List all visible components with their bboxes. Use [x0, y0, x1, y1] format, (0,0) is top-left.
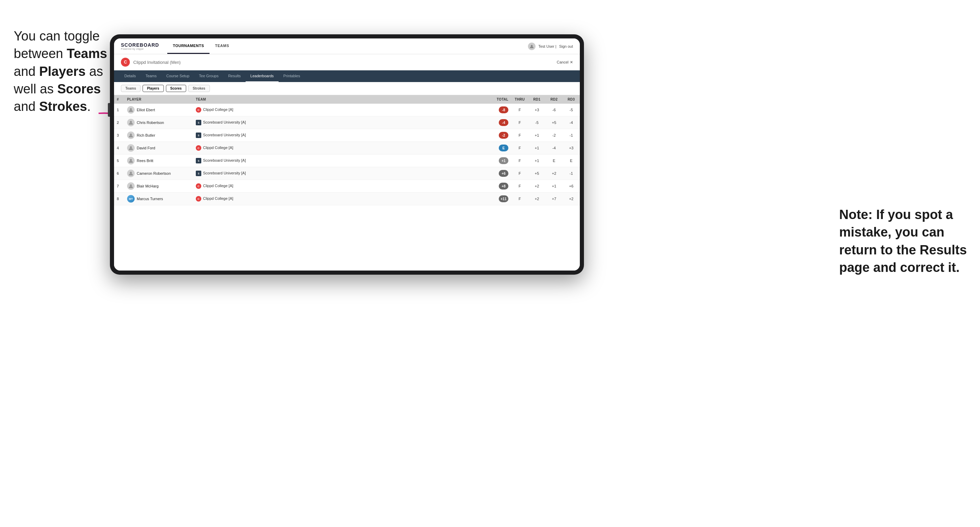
col-rank: # [114, 95, 124, 104]
tab-course-setup[interactable]: Course Setup [161, 70, 194, 82]
top-navigation: SCOREBOARD Powered by clippd TOURNAMENTS… [114, 38, 580, 54]
user-avatar [528, 43, 536, 50]
cell-rd3: E [563, 154, 580, 167]
score-badge: -8 [499, 106, 508, 113]
tab-tee-groups[interactable]: Tee Groups [194, 70, 223, 82]
cell-total: -4 [487, 116, 511, 129]
toggle-scores[interactable]: Scores [166, 85, 186, 92]
cell-player: Elliot Ebert [124, 104, 193, 116]
players-bold: Players [39, 64, 86, 79]
cell-rd1: +5 [528, 167, 546, 180]
cell-rd3: -5 [563, 104, 580, 116]
team-name: Clippd College [A] [203, 108, 233, 111]
logo-subtitle: Powered by clippd [121, 48, 159, 50]
team-name: Scoreboard University [A] [203, 171, 246, 175]
player-name: Marcus Turners [137, 197, 163, 201]
player-name: Rich Butler [137, 133, 155, 137]
cell-total: -8 [487, 104, 511, 116]
tournament-logo: C [121, 58, 130, 67]
nav-links: TOURNAMENTS TEAMS [167, 38, 235, 54]
cell-rd3: +2 [563, 193, 580, 205]
toggle-teams[interactable]: Teams [121, 85, 140, 92]
tablet-device: SCOREBOARD Powered by clippd TOURNAMENTS… [110, 34, 584, 275]
cell-team: SScoreboard University [A] [193, 154, 487, 167]
cell-player: Blair McHarg [124, 180, 193, 193]
team-logo-c: C [196, 183, 201, 189]
cell-total: E [487, 142, 511, 154]
cell-rd2: -6 [546, 104, 563, 116]
table-row: 4 David FordCClippd College [A]EF+1-4+3 [114, 142, 580, 154]
team-logo-s: S [196, 158, 201, 163]
close-icon: ✕ [570, 60, 573, 65]
team-logo-s: S [196, 171, 201, 176]
player-name: Cameron Robertson [137, 171, 171, 175]
table-row: 6 Cameron RobertsonSScoreboard Universit… [114, 167, 580, 180]
col-rd1: RD1 [528, 95, 546, 104]
cell-rd2: +5 [546, 116, 563, 129]
cell-rd2: +7 [546, 193, 563, 205]
logo-text: SCOREBOARD [121, 42, 159, 48]
cell-thru: F [511, 180, 528, 193]
cell-team: CClippd College [A] [193, 142, 487, 154]
team-name: Scoreboard University [A] [203, 158, 246, 162]
col-rd3: RD3 [563, 95, 580, 104]
col-player: PLAYER [124, 95, 193, 104]
col-total: TOTAL [487, 95, 511, 104]
cell-player: Chris Robertson [124, 116, 193, 129]
cell-rd2: E [546, 154, 563, 167]
tab-teams[interactable]: Teams [141, 70, 161, 82]
player-avatar [127, 132, 135, 139]
cell-team: SScoreboard University [A] [193, 116, 487, 129]
table-row: 7 Blair McHargCClippd College [A]+8F+2+1… [114, 180, 580, 193]
cell-rd2: -2 [546, 129, 563, 142]
player-avatar: MT [127, 195, 135, 203]
team-logo-s: S [196, 133, 201, 138]
tab-results[interactable]: Results [223, 70, 246, 82]
teams-bold: Teams [67, 46, 107, 61]
cell-player: David Ford [124, 142, 193, 154]
table-row: 8MTMarcus TurnersCClippd College [A]+11F… [114, 193, 580, 205]
leaderboard-table: # PLAYER TEAM TOTAL THRU RD1 RD2 RD3 1 E… [114, 95, 580, 271]
tablet-side-button [108, 103, 110, 117]
cell-rd1: +1 [528, 129, 546, 142]
player-avatar [127, 182, 135, 190]
left-annotation: You can toggle between Teams and Players… [14, 27, 110, 115]
nav-tournaments[interactable]: TOURNAMENTS [167, 38, 210, 54]
tournament-title: Clippd Invitational (Men) [133, 59, 181, 65]
tab-details[interactable]: Details [119, 70, 141, 82]
cell-thru: F [511, 193, 528, 205]
col-team: TEAM [193, 95, 487, 104]
cell-total: +8 [487, 180, 511, 193]
toggle-players[interactable]: Players [143, 85, 164, 92]
player-avatar [127, 119, 135, 126]
player-name: Blair McHarg [137, 184, 159, 188]
tournament-header: C Clippd Invitational (Men) Cancel ✕ [114, 54, 580, 70]
team-name: Clippd College [A] [203, 196, 233, 200]
score-badge: E [499, 144, 508, 151]
cell-team: SScoreboard University [A] [193, 129, 487, 142]
sub-navigation: Details Teams Course Setup Tee Groups Re… [114, 70, 580, 82]
cell-rank: 1 [114, 104, 124, 116]
cell-total: +6 [487, 167, 511, 180]
player-name: David Ford [137, 146, 155, 150]
cancel-button[interactable]: Cancel ✕ [557, 60, 573, 65]
tab-printables[interactable]: Printables [278, 70, 305, 82]
cell-player: MTMarcus Turners [124, 193, 193, 205]
cell-team: CClippd College [A] [193, 193, 487, 205]
col-rd2: RD2 [546, 95, 563, 104]
team-logo-c: C [196, 107, 201, 113]
cell-rank: 4 [114, 142, 124, 154]
score-badge: +11 [499, 195, 508, 202]
cell-thru: F [511, 167, 528, 180]
cell-rank: 6 [114, 167, 124, 180]
sign-out-link[interactable]: Sign out [559, 44, 573, 48]
tab-leaderboards[interactable]: Leaderboards [246, 70, 278, 82]
cell-total: +1 [487, 154, 511, 167]
nav-teams[interactable]: TEAMS [210, 38, 235, 54]
cell-rd1: +1 [528, 154, 546, 167]
player-name: Rees Britt [137, 159, 153, 163]
cell-thru: F [511, 104, 528, 116]
cell-thru: F [511, 129, 528, 142]
cell-rank: 3 [114, 129, 124, 142]
toggle-strokes[interactable]: Strokes [188, 85, 210, 92]
